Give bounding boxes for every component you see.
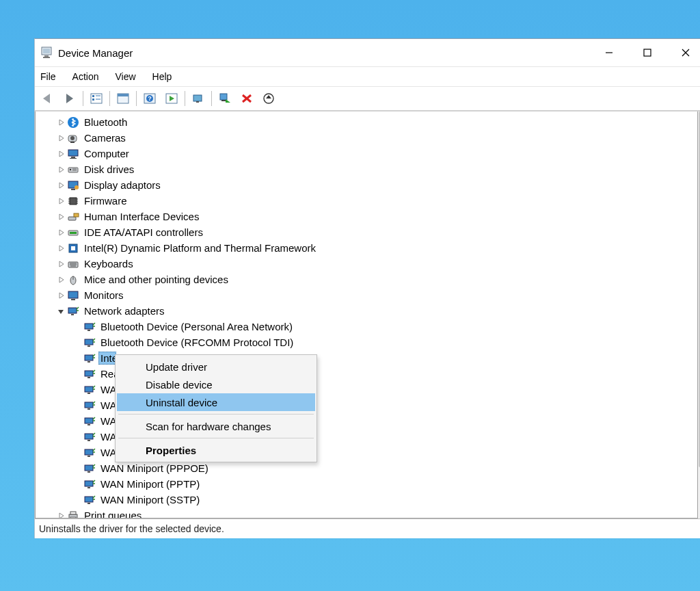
tree-item-label: Cameras — [82, 132, 128, 144]
svg-rect-116 — [85, 449, 93, 455]
expand-arrow-icon[interactable] — [55, 308, 67, 315]
svg-marker-8 — [43, 94, 50, 103]
status-bar: Uninstalls the driver for the selected d… — [35, 518, 700, 538]
tree-item[interactable]: Human Interface Devices — [55, 209, 697, 224]
tree-item[interactable]: Intel(R) Dynamic Platform and Thermal Fr… — [55, 240, 697, 256]
svg-rect-2 — [44, 55, 49, 57]
tree-item[interactable]: Bluetooth Device (Personal Area Network) — [71, 319, 697, 334]
svg-rect-5 — [644, 49, 651, 56]
svg-rect-100 — [85, 386, 93, 392]
svg-rect-89 — [88, 345, 90, 347]
show-all-devices-button[interactable] — [86, 89, 107, 108]
tree-item[interactable]: IDE ATA/ATAPI controllers — [55, 224, 697, 240]
minimize-button[interactable] — [590, 39, 628, 66]
tree-item[interactable]: WAN Miniport (SSTP) — [71, 492, 697, 508]
tree-item[interactable]: Network adapters — [55, 303, 697, 319]
expand-arrow-icon[interactable] — [55, 261, 67, 267]
expand-arrow-icon[interactable] — [55, 119, 67, 126]
svg-rect-129 — [88, 503, 90, 504]
expand-arrow-icon[interactable] — [55, 512, 67, 519]
help-button[interactable]: ? — [139, 89, 160, 108]
tree-item[interactable]: Bluetooth — [55, 114, 697, 130]
show-hidden-button[interactable] — [188, 89, 208, 108]
tree-item[interactable]: Disk drives — [55, 161, 697, 177]
tree-item[interactable]: Monitors — [55, 287, 697, 303]
svg-line-82 — [77, 307, 79, 309]
svg-marker-59 — [59, 214, 64, 220]
uninstall-button[interactable] — [237, 89, 257, 108]
net-icon — [83, 447, 96, 459]
svg-text:?: ? — [148, 95, 152, 102]
expand-arrow-icon[interactable] — [55, 182, 67, 189]
svg-rect-113 — [88, 440, 90, 441]
svg-rect-128 — [85, 497, 93, 502]
tree-item-label: WAN Miniport (SSTP) — [98, 494, 202, 505]
menu-file[interactable]: File — [40, 71, 56, 82]
context-menu-item[interactable]: Update driver — [117, 358, 315, 376]
expand-arrow-icon[interactable] — [55, 213, 67, 220]
tree-item[interactable]: WAN Miniport (PPTP) — [71, 476, 697, 492]
tree-item-label: Intel(R) Dual Band Wireless-AC 8265 — [98, 352, 116, 365]
menu-action[interactable]: Action — [72, 71, 99, 82]
svg-rect-109 — [88, 424, 90, 425]
context-menu-item[interactable]: Properties — [117, 441, 315, 459]
tree-item[interactable]: WAN Miniport (PPPOE) — [71, 460, 697, 476]
close-button[interactable] — [667, 39, 700, 66]
net-icon — [83, 352, 96, 365]
svg-marker-47 — [59, 183, 64, 188]
scan-hardware-button[interactable] — [215, 89, 235, 108]
svg-rect-52 — [70, 198, 77, 205]
svg-rect-134 — [70, 512, 76, 514]
keyboard-icon — [67, 258, 79, 270]
expand-arrow-icon[interactable] — [55, 198, 67, 205]
tree-item[interactable]: Bluetooth Device (RFCOMM Protocol TDI) — [71, 334, 697, 350]
svg-rect-81 — [71, 314, 74, 315]
update-driver-button[interactable] — [258, 89, 279, 108]
properties-button[interactable] — [113, 89, 133, 108]
menu-help[interactable]: Help — [152, 71, 172, 82]
maximize-button[interactable] — [628, 39, 667, 66]
mouse-icon — [67, 274, 79, 286]
svg-line-102 — [93, 386, 95, 388]
context-menu-item[interactable]: Uninstall device — [117, 393, 315, 411]
svg-rect-41 — [70, 158, 77, 159]
tree-item[interactable]: Firmware — [55, 193, 697, 209]
svg-rect-13 — [92, 98, 94, 101]
context-menu[interactable]: Update driverDisable deviceUninstall dev… — [115, 354, 317, 462]
svg-rect-11 — [92, 95, 94, 97]
expand-arrow-icon[interactable] — [55, 229, 67, 236]
expand-arrow-icon[interactable] — [55, 150, 67, 157]
expand-arrow-icon[interactable] — [55, 245, 67, 252]
tree-item[interactable]: Display adaptors — [55, 177, 697, 193]
title-bar: Device Manager — [35, 39, 700, 67]
menu-view[interactable]: View — [115, 71, 135, 82]
context-menu-separator — [118, 414, 314, 415]
tree-item[interactable]: Print queues — [55, 508, 697, 518]
tree-item[interactable]: Cameras — [55, 130, 697, 146]
svg-rect-1 — [43, 49, 50, 53]
svg-marker-68 — [59, 261, 64, 267]
tree-item[interactable]: Keyboards — [55, 256, 697, 272]
expand-arrow-icon[interactable] — [55, 292, 67, 299]
svg-line-94 — [93, 354, 95, 356]
tree-item-label: Print queues — [82, 510, 144, 518]
tree-item-label: Monitors — [82, 289, 126, 301]
expand-arrow-icon[interactable] — [55, 276, 67, 283]
net-icon — [83, 478, 96, 490]
back-button[interactable] — [38, 89, 58, 108]
forward-button[interactable] — [59, 89, 80, 108]
expand-arrow-icon[interactable] — [55, 135, 67, 142]
disk-icon — [67, 163, 79, 176]
svg-line-90 — [93, 339, 95, 341]
context-menu-item[interactable]: Disable device — [117, 376, 315, 393]
net-icon — [83, 337, 96, 349]
action-details-button[interactable] — [161, 89, 182, 108]
expand-arrow-icon[interactable] — [55, 166, 67, 173]
svg-line-114 — [93, 433, 95, 435]
context-menu-item[interactable]: Scan for hardware changes — [117, 417, 315, 435]
menu-bar: File Action View Help — [35, 67, 700, 87]
svg-rect-96 — [85, 371, 93, 376]
svg-rect-108 — [85, 418, 93, 423]
tree-item[interactable]: Computer — [55, 146, 697, 161]
tree-item[interactable]: Mice and other pointing devices — [55, 272, 697, 287]
